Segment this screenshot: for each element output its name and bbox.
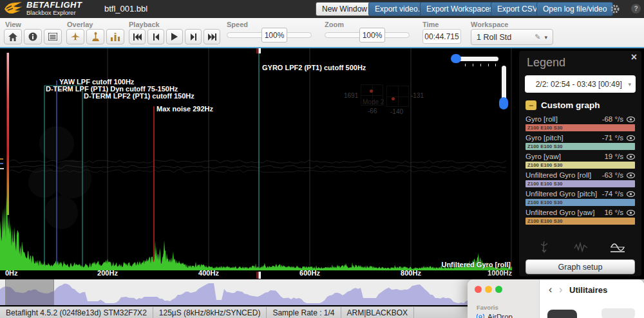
legend-field-colorbar: Z100 E100 S30 <box>526 180 635 187</box>
playback-group-label: Playback <box>129 21 160 28</box>
workspace-caret-icon: ▾ <box>544 34 547 41</box>
finder-zoom-button[interactable] <box>495 286 502 293</box>
spectrum-analyser-area: GYRO LPF2 (PT1) cutoff 500Hz YAW LPF cut… <box>0 48 644 279</box>
stick-dot-right <box>392 97 395 100</box>
open-file-name: btfl_001.bbl <box>104 4 147 14</box>
status-looptime: 125µS (8kHz/8kHz/SYNCED) <box>153 307 267 318</box>
timeline-selection[interactable] <box>5 279 54 305</box>
overlay-analyser-button[interactable] <box>106 29 124 44</box>
eye-icon[interactable] <box>627 173 635 178</box>
legend-field-name: Gyro [roll] <box>526 115 602 123</box>
playback-jump-end-button[interactable] <box>204 29 220 44</box>
workspace-group-label: Workspace <box>471 21 509 28</box>
playback-jump-start-button[interactable] <box>129 29 146 44</box>
legend-title: Legend <box>527 56 565 70</box>
legend-field-row: Unfiltered Gyro [yaw]16 °/sZ100 E100 S30 <box>526 208 635 225</box>
view-info-button[interactable] <box>24 29 42 44</box>
finder-toolbar-button[interactable] <box>601 308 635 318</box>
overlay-sticks-button[interactable] <box>86 29 104 44</box>
finder-forward-icon[interactable]: › <box>559 285 562 295</box>
playback-play-button[interactable] <box>166 29 183 44</box>
legend-panel: × Legend 2/2: 02:54 - 03:43 [00:49] ▾ − … <box>519 51 641 276</box>
legend-field-badge: Z100 E100 S30 <box>526 200 563 205</box>
finder-minimize-button[interactable] <box>485 286 492 293</box>
eye-icon[interactable] <box>627 117 635 122</box>
stick-value-right: -131 <box>411 92 424 99</box>
finder-window-title: Utilitaires <box>569 285 607 295</box>
brand-subtitle: Blackbox Explorer <box>26 10 82 16</box>
custom-graph-label: Custom graph <box>541 100 600 110</box>
jump-start-icon <box>133 33 142 41</box>
finder-sidebar: Favoris AirDrop <box>468 279 540 318</box>
status-flags: ARM|BLACKBOX <box>341 307 414 318</box>
help-icon[interactable]: ? <box>631 4 641 14</box>
annotation-max-noise: Max noise 292Hz <box>156 105 213 113</box>
finder-app-icon[interactable] <box>547 310 577 318</box>
sticks-icon <box>91 32 100 41</box>
finder-back-icon[interactable]: ‹ <box>549 285 552 295</box>
select-caret-icon: ▾ <box>628 81 631 88</box>
plane-icon <box>71 32 80 41</box>
collapse-graph-icon[interactable]: − <box>526 100 536 110</box>
playback-step-forward-button[interactable] <box>185 29 202 44</box>
open-log-button[interactable]: Open log file/video <box>536 2 613 16</box>
annotation-dterm-lpf2: D-TERM LPF2 (PT1) cutoff 150Hz <box>84 92 194 100</box>
gyro-spectrum-trace <box>0 194 512 270</box>
legend-field-value: -74 °/s <box>602 190 623 198</box>
step-back-icon <box>153 33 159 41</box>
legend-field-colorbar: Z100 E100 S30 <box>526 162 635 169</box>
finder-window[interactable]: Favoris AirDrop ‹ › Utilitaires <box>468 279 644 318</box>
legend-field-name: Unfiltered Gyro [yaw] <box>526 209 604 216</box>
trace-label: Unfiltered Gyro [roll] <box>441 261 511 268</box>
overlay-craft-button[interactable] <box>66 29 84 44</box>
legend-field-value: -71 °/s <box>602 134 623 142</box>
mode-analyser-icon[interactable] <box>610 239 625 255</box>
finder-airdrop-item[interactable]: AirDrop <box>477 313 513 318</box>
legend-field-name: Unfiltered Gyro [roll] <box>526 171 602 179</box>
time-group-label: Time <box>422 21 439 28</box>
eye-icon[interactable] <box>627 154 635 160</box>
eye-icon[interactable] <box>627 210 635 216</box>
view-table-button[interactable] <box>44 29 62 44</box>
mode-sticks-icon[interactable] <box>536 239 552 255</box>
stick-value-bottom-right: -140 <box>390 108 403 115</box>
zoom-group-label: Zoom <box>325 21 344 28</box>
gear-icon[interactable] <box>609 3 621 15</box>
betaflight-logo: BETAFLIGHT Blackbox Explorer <box>4 1 82 16</box>
workspace-select[interactable]: 1 Roll Std ✎ ▾ <box>471 29 553 45</box>
log-range-value: 2/2: 02:54 - 03:43 [00:49] <box>529 80 628 89</box>
analyser-v-slider-handle[interactable] <box>499 97 508 109</box>
legend-field-row: Gyro [roll]-68 °/sZ100 E100 S30 <box>526 115 635 131</box>
graph-setup-button[interactable]: Graph setup <box>526 259 635 274</box>
legend-field-badge: Z100 E100 S30 <box>526 218 563 224</box>
new-window-button[interactable]: New Window <box>316 2 374 16</box>
mode-raw-graph-icon[interactable] <box>573 239 589 255</box>
time-input[interactable] <box>422 29 461 44</box>
analyser-h-slider-handle[interactable] <box>451 54 461 63</box>
eye-icon[interactable] <box>627 135 635 141</box>
finder-close-button[interactable] <box>475 286 482 293</box>
zoom-value[interactable]: 100% <box>359 28 385 42</box>
brand-title: BETAFLIGHT <box>26 1 82 9</box>
log-range-select[interactable]: 2/2: 02:54 - 03:43 [00:49] ▾ <box>525 75 636 93</box>
axis-tick-1000: 1000Hz <box>488 269 512 277</box>
play-icon <box>171 33 178 41</box>
analyser-h-slider[interactable] <box>455 57 498 61</box>
legend-field-value: -68 °/s <box>602 115 623 123</box>
legend-field-row: Gyro [pitch]-71 °/sZ100 E100 S30 <box>526 133 635 150</box>
finder-favorites-heading: Favoris <box>477 304 498 311</box>
eye-icon[interactable] <box>627 191 635 197</box>
playback-step-back-button[interactable] <box>147 29 164 44</box>
view-home-button[interactable] <box>4 29 22 44</box>
legend-field-row: Gyro [yaw]19 °/sZ100 E100 S30 <box>526 152 635 169</box>
legend-field-badge: Z100 E100 S30 <box>526 125 563 131</box>
close-icon[interactable]: × <box>631 51 637 63</box>
axis-tick-400: 400Hz <box>198 269 219 277</box>
stick-overlay-right-box <box>386 86 409 107</box>
toolbar: View Overlay Playback Speed Zoom Time Wo… <box>0 18 644 48</box>
airdrop-icon <box>477 313 484 318</box>
speed-value[interactable]: 100% <box>261 28 287 42</box>
pencil-icon[interactable]: ✎ <box>535 33 540 41</box>
finder-airdrop-label: AirDrop <box>488 313 513 318</box>
legend-field-colorbar: Z100 E100 S30 <box>526 124 635 131</box>
